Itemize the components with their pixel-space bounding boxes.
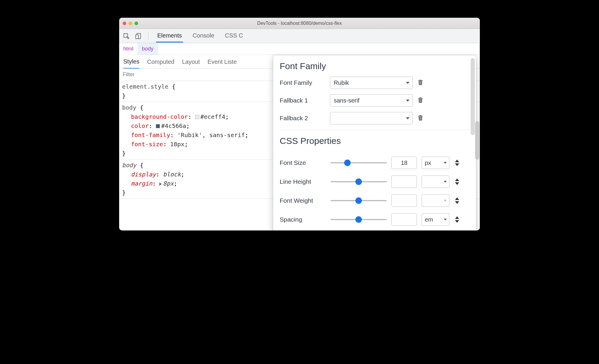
expand-shorthand-icon[interactable] [159,182,162,186]
color-swatch[interactable] [156,124,160,128]
tab-css-overview[interactable]: CSS C [224,29,244,43]
stepper-up-icon[interactable] [455,178,459,181]
prop-value: 18px [170,141,184,148]
fallback2-label: Fallback 2 [280,115,326,122]
panel-tabs: Elements Console CSS C [156,29,244,43]
inspect-icon[interactable] [122,32,130,40]
tab-console[interactable]: Console [191,29,215,43]
window-scrollbar[interactable] [475,121,479,160]
fallback1-label: Fallback 1 [280,97,326,104]
subtab-layout[interactable]: Layout [182,55,200,68]
device-toggle-icon[interactable] [135,32,143,40]
selector-text: element.style [122,83,169,90]
brace-close: } [122,150,126,157]
stepper-down-icon[interactable] [455,182,459,185]
stepper-down-icon[interactable] [455,163,459,166]
font-size-unit-value: px [425,160,431,166]
spacing-unit-select[interactable]: em [422,213,449,226]
font-editor-popover: Font Family Font Family Rubik Fallback 1… [273,55,476,230]
row-line-height: Line Height [280,176,470,188]
prop-name: font-family [131,131,170,139]
line-height-stepper[interactable] [454,178,460,185]
chevron-down-icon [406,117,409,119]
breadcrumb-body[interactable]: body [138,43,158,55]
stepper-up-icon[interactable] [455,216,459,219]
toolbar-separator [148,32,148,40]
prop-value: block [163,171,181,178]
titlebar: DevTools - localhost:8080/demo/css-flex [119,18,480,29]
brace-open: { [172,83,176,90]
line-height-label: Line Height [280,178,326,185]
font-weight-unit-select[interactable] [422,194,449,207]
prop-value: #4c566a [161,122,186,129]
window-zoom-button[interactable] [135,22,138,25]
prop-value: #eceff4 [200,113,225,120]
window-close-button[interactable] [123,22,126,25]
slider-thumb[interactable] [355,216,362,223]
color-swatch[interactable] [195,115,199,119]
line-height-unit-select[interactable] [422,176,449,188]
font-weight-input[interactable] [391,194,417,207]
spacing-slider[interactable] [331,219,387,220]
font-size-stepper[interactable] [454,160,460,166]
spacing-stepper[interactable] [454,216,460,223]
stepper-down-icon[interactable] [455,220,459,223]
slider-thumb[interactable] [355,178,362,185]
line-height-input[interactable] [391,176,417,188]
prop-name: color [131,122,149,129]
window-minimize-button[interactable] [129,22,132,25]
breadcrumb-html[interactable]: html [119,43,138,55]
subtab-styles[interactable]: Styles [123,55,139,69]
tab-elements[interactable]: Elements [156,29,183,43]
chevron-down-icon [444,219,447,220]
prop-value: 8px [163,180,174,187]
font-weight-stepper[interactable] [454,197,460,204]
brace-open: { [140,162,143,169]
stepper-up-icon[interactable] [455,160,459,162]
popover-scrollbar[interactable] [471,58,475,135]
window-title: DevTools - localhost:8080/demo/css-flex [119,21,480,26]
selector-text: body [122,162,136,169]
row-spacing: Spacing em [280,213,470,226]
fallback1-select[interactable]: sans-serif [330,94,413,107]
prop-value: 'Rubik', sans-serif [177,131,245,139]
font-size-input[interactable] [391,157,417,169]
trash-icon[interactable] [417,114,424,122]
font-family-select[interactable]: Rubik [330,77,413,89]
trash-icon[interactable] [417,79,424,87]
chevron-down-icon [406,100,409,102]
font-size-slider[interactable] [331,162,387,163]
subtab-computed[interactable]: Computed [147,55,174,68]
prop-name: display [131,171,156,178]
slider-thumb[interactable] [344,160,351,166]
brace-open: { [140,104,143,111]
font-weight-label: Font Weight [280,197,326,204]
prop-name: background-color [131,113,188,120]
row-fallback-2: Fallback 2 [280,112,470,124]
spacing-label: Spacing [280,216,326,223]
selector-text: body [122,104,136,111]
spacing-unit-value: em [425,216,433,223]
slider-thumb[interactable] [355,197,362,204]
row-font-weight: Font Weight [280,194,470,207]
line-height-slider[interactable] [331,181,387,182]
subtab-event-listeners[interactable]: Event Liste [208,55,237,68]
font-family-heading: Font Family [280,61,470,71]
stepper-down-icon[interactable] [455,201,459,204]
row-fallback-1: Fallback 1 sans-serif [280,94,470,107]
breadcrumb: html body [119,43,480,55]
chevron-down-icon [406,82,409,84]
section-divider [280,130,470,130]
chevron-down-icon [444,200,447,202]
trash-icon[interactable] [417,96,424,105]
font-weight-slider[interactable] [331,200,387,201]
row-font-size: Font Size px [280,157,470,169]
fallback2-select[interactable] [330,112,413,124]
font-family-value: Rubik [334,79,349,86]
devtools-toolbar: Elements Console CSS C [119,29,480,43]
chevron-down-icon [444,162,447,164]
font-size-unit-select[interactable]: px [422,157,449,169]
stepper-up-icon[interactable] [455,197,459,200]
traffic-lights [123,22,138,25]
spacing-input[interactable] [391,213,417,226]
